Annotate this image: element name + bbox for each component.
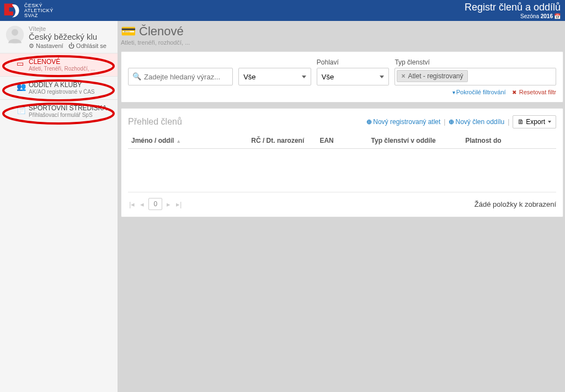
filter-panel: 🔍 Vše Pohlaví Vše (121, 51, 563, 103)
pager-prev[interactable]: ◂ (139, 200, 145, 208)
chevron-down-icon (548, 121, 551, 123)
nav-sub: Přihlašovací formulář SpS (29, 112, 112, 118)
logo-icon (2, 1, 22, 20)
chevron-down-icon (302, 76, 306, 78)
filter-icon: ▾ (452, 89, 455, 95)
logo-text: ČESKÝ ATLETICKÝ SVAZ (24, 3, 54, 18)
season-label: Sezóna 2016📅 (465, 13, 561, 19)
export-button[interactable]: 🗎 Export (513, 115, 556, 128)
user-name: Český běžecký klu (29, 32, 106, 41)
pager: |◂ ◂ 0 ▸ ▸| (128, 198, 183, 210)
pager-last[interactable]: ▸| (175, 200, 183, 208)
welcome-label: Vítejte (29, 25, 106, 32)
logout-link[interactable]: ⏻ Odhlásit se (68, 42, 106, 49)
remove-chip-icon[interactable]: × (401, 72, 405, 80)
chevron-down-icon (380, 76, 384, 78)
page-title: 💳 Členové (121, 24, 562, 39)
gender-label: Pohlaví (317, 58, 390, 66)
nav-title: ČLENOVÉ (29, 58, 112, 66)
pager-next[interactable]: ▸ (166, 200, 172, 208)
settings-link[interactable]: ⚙ Nastavení (29, 42, 63, 49)
table-empty-body (128, 149, 556, 187)
svg-point-1 (12, 29, 18, 36)
type-label: Typ členství (395, 58, 556, 66)
user-block: Vítejte Český běžecký klu ⚙ Nastavení ⏻ … (0, 21, 118, 53)
search-wrapper: 🔍 (128, 68, 233, 85)
app-title: Registr členů a oddílů (465, 2, 561, 13)
sort-asc-icon: ▲ (176, 138, 181, 144)
sidebar: Vítejte Český běžecký klu ⚙ Nastavení ⏻ … (0, 21, 118, 392)
nav-title: SPORTOVNÍ STŘEDISKA (29, 104, 112, 112)
plus-icon: ⊕ (449, 118, 454, 126)
filter-all-select[interactable]: Vše (238, 58, 311, 85)
advanced-filter-link[interactable]: ▾Pokročilé filtrování (452, 89, 506, 95)
page-header: 💳 Členové Atleti, trenéři, rozhodčí, ... (121, 21, 563, 51)
nav-sub: AK/AO registrované v ČAS (29, 89, 112, 95)
close-icon: ✖ (512, 89, 516, 95)
membership-type-filter[interactable]: Typ členství × Atlet - registrovaný (395, 58, 556, 85)
main-area: 💳 Členové Atleti, trenéři, rozhodčí, ...… (118, 21, 565, 392)
plus-icon: ⊕ (366, 118, 372, 126)
empty-message: Žádé položky k zobrazení (475, 200, 556, 208)
gender-select[interactable]: Pohlaví Vše (317, 58, 390, 85)
col-name[interactable]: Jméno / oddíl▲ (128, 133, 248, 149)
topbar: ČESKÝ ATLETICKÝ SVAZ Registr členů a odd… (0, 0, 565, 21)
search-icon: 🔍 (132, 72, 141, 80)
overview-title: Přehled členů (128, 117, 182, 127)
filter-chip: × Atlet - registrovaný (397, 70, 467, 82)
overview-panel: Přehled členů ⊕Nový registrovaný atlet |… (121, 108, 563, 217)
avatar-icon (6, 25, 24, 44)
col-rc[interactable]: RČ / Dt. narození (248, 133, 316, 149)
export-icon: 🗎 (518, 118, 524, 126)
pager-page: 0 (148, 198, 162, 210)
nav-title: ODDÍLY A KLUBY (29, 81, 112, 89)
pager-first[interactable]: |◂ (128, 200, 136, 208)
members-table: Jméno / oddíl▲ RČ / Dt. narození EAN Typ… (128, 133, 556, 187)
col-valid[interactable]: Platnost do (462, 133, 556, 149)
doc-icon: 📄 (17, 105, 26, 114)
reset-filter-link[interactable]: ✖ Resetovat filtr (512, 89, 556, 95)
new-athlete-link[interactable]: ⊕Nový registrovaný atlet (366, 118, 440, 126)
group-icon: 👥 (17, 82, 26, 91)
logo-block: ČESKÝ ATLETICKÝ SVAZ (2, 1, 54, 20)
nav-item-centers[interactable]: 📄 SPORTOVNÍ STŘEDISKA Přihlašovací formu… (0, 99, 118, 122)
topbar-right: Registr členů a oddílů Sezóna 2016📅 (465, 2, 561, 19)
nav-sub: Atleti, Trenéři, Rozhodčí, ... (29, 66, 112, 72)
card-icon: ▭ (17, 59, 24, 68)
col-type[interactable]: Typ členství v oddíle (368, 133, 462, 149)
search-input[interactable] (128, 68, 233, 85)
new-member-link[interactable]: ⊕Nový člen oddílu (449, 118, 504, 126)
calendar-icon: 📅 (554, 13, 561, 19)
page-subtitle: Atleti, trenéři, rozhodčí, ... (121, 39, 562, 46)
card-icon: 💳 (121, 24, 136, 39)
nav-item-members[interactable]: ▭ ČLENOVÉ Atleti, Trenéři, Rozhodčí, ... (0, 53, 118, 76)
nav-item-clubs[interactable]: 👥 ODDÍLY A KLUBY AK/AO registrované v ČA… (0, 76, 118, 99)
col-ean[interactable]: EAN (316, 133, 367, 149)
